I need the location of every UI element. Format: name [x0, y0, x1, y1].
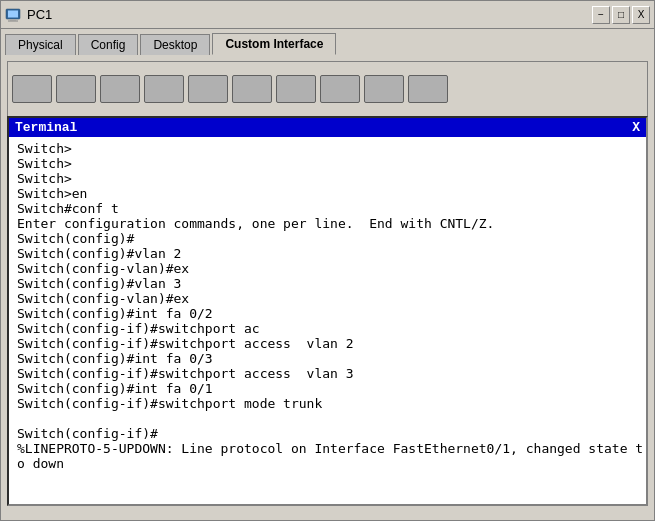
terminal-scroll-wrapper: Switch> Switch> Switch> Switch>en Switch… [9, 137, 646, 504]
minimize-button[interactable]: − [592, 6, 610, 24]
terminal-title: Terminal [15, 120, 77, 135]
device-panel [7, 61, 648, 116]
window-title: PC1 [27, 7, 592, 22]
terminal-header: Terminal X [9, 118, 646, 137]
title-bar: PC1 − □ X [1, 1, 654, 29]
svg-rect-2 [10, 19, 16, 21]
terminal-body[interactable]: Switch> Switch> Switch> Switch>en Switch… [9, 137, 646, 504]
port-8 [320, 75, 360, 103]
tab-bar: Physical Config Desktop Custom Interface [1, 29, 654, 55]
terminal-close-button[interactable]: X [632, 120, 640, 135]
port-6 [232, 75, 272, 103]
tab-physical[interactable]: Physical [5, 34, 76, 55]
port-1 [12, 75, 52, 103]
window-controls: − □ X [592, 6, 650, 24]
port-3 [100, 75, 140, 103]
port-2 [56, 75, 96, 103]
ports-row [12, 75, 448, 103]
window-icon [5, 7, 21, 23]
port-4 [144, 75, 184, 103]
port-9 [364, 75, 404, 103]
main-window: PC1 − □ X Physical Config Desktop Custom… [0, 0, 655, 521]
main-content: Terminal X Switch> Switch> Switch> Switc… [1, 55, 654, 520]
maximize-button[interactable]: □ [612, 6, 630, 24]
port-7 [276, 75, 316, 103]
svg-rect-1 [8, 10, 18, 17]
port-10 [408, 75, 448, 103]
tab-custom-interface[interactable]: Custom Interface [212, 33, 336, 55]
terminal-content: Switch> Switch> Switch> Switch>en Switch… [17, 141, 638, 471]
window-close-button[interactable]: X [632, 6, 650, 24]
tab-desktop[interactable]: Desktop [140, 34, 210, 55]
tab-config[interactable]: Config [78, 34, 139, 55]
port-5 [188, 75, 228, 103]
terminal-container: Terminal X Switch> Switch> Switch> Switc… [7, 116, 648, 506]
svg-rect-3 [8, 20, 18, 21]
